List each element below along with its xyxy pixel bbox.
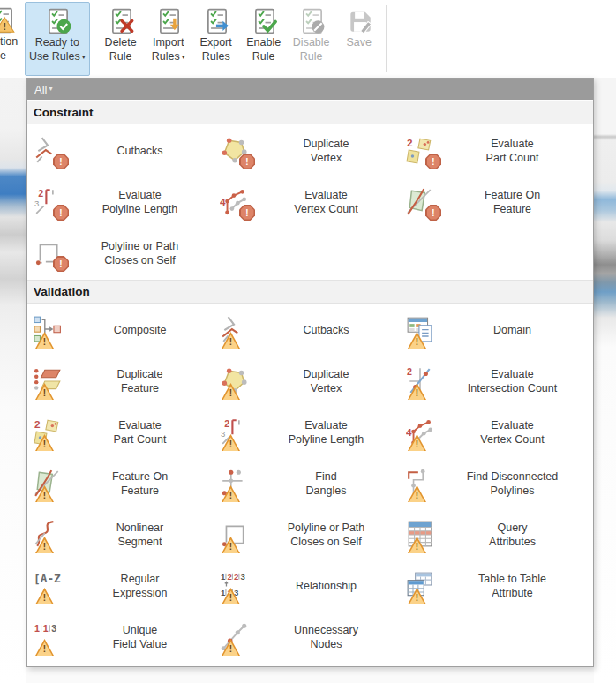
rule-item-evaluate-vertex-count[interactable]: 4!Evaluate Vertex Count: [217, 176, 403, 228]
screen: ! tion e Ready to Use Rules▾Delete RuleI…: [0, 0, 616, 683]
rule-item-label: Regular Expression: [65, 572, 214, 601]
rule-item-duplicate-vertex[interactable]: !Duplicate Vertex: [217, 356, 403, 407]
unique-field-value-icon: 113!: [34, 622, 65, 652]
toolbar-button-export-rules[interactable]: Export Rules: [193, 2, 239, 76]
toolbar-button-import-rules[interactable]: Import Rules▾: [146, 2, 192, 76]
composite-icon: !: [34, 315, 65, 345]
rule-item-label: Evaluate Polyline Length: [252, 418, 401, 447]
evaluate-part-count-icon: 2!: [406, 136, 438, 166]
dropdown-arrow-icon: ▾: [82, 53, 86, 61]
rule-item-unique-field-value[interactable]: 113!Unique Field Value: [31, 612, 217, 663]
svg-text:2: 2: [224, 418, 229, 429]
rule-item-label: Query Attributes: [438, 521, 587, 550]
rule-item-query-attributes[interactable]: !Query Attributes: [403, 509, 590, 560]
rules-filter-all-dropdown[interactable]: All ▾: [27, 79, 593, 101]
svg-text:!: !: [3, 21, 6, 32]
rule-item-evaluate-intersection-count[interactable]: 2!Evaluate Intersection Count: [403, 356, 590, 407]
validation-rule-icon: !: [0, 6, 15, 33]
rule-item-label: Evaluate Part Count: [438, 137, 587, 166]
toolbar-button-label: Import Rules: [152, 36, 184, 63]
duplicate-vertex-icon: !: [220, 136, 252, 166]
evaluate-vertex-count-icon: 4!: [406, 417, 438, 447]
rule-item-evaluate-polyline-length[interactable]: 23!Evaluate Polyline Length: [31, 176, 217, 228]
rule-item-relationship[interactable]: 1223123!Relationship: [217, 560, 403, 612]
domain-icon: !: [406, 315, 438, 345]
rule-item-evaluate-part-count[interactable]: 2!Evaluate Part Count: [403, 125, 590, 176]
toolbar-button-disable-rule: Disable Rule: [289, 2, 334, 76]
rule-item-label: Domain: [438, 323, 587, 337]
svg-text:1: 1: [34, 623, 40, 634]
badge-exclamation: !: [241, 155, 254, 169]
rule-item-find-disconnected-polylines[interactable]: !Find Disconnected Polylines: [403, 458, 590, 509]
toolbar-button-label: Delete Rule: [105, 36, 137, 63]
rule-item-label: Find Dangles: [252, 469, 401, 499]
regular-expression-icon: [A-Z]!: [34, 571, 65, 601]
rule-grid-constraint: !Cutbacks!Duplicate Vertex2!Evaluate Par…: [27, 124, 593, 280]
dropdown-arrow-icon: ▾: [49, 85, 52, 93]
svg-text:3: 3: [240, 572, 244, 582]
section-title: Constraint: [34, 106, 94, 119]
toolbar-button-delete-rule[interactable]: Delete Rule: [98, 2, 144, 76]
badge-exclamation: !: [55, 258, 68, 271]
rule-item-polyline-or-path-closes-on-self[interactable]: !Polyline or Path Closes on Self: [217, 509, 403, 560]
rule-item-evaluate-vertex-count[interactable]: 4!Evaluate Vertex Count: [403, 407, 590, 458]
rule-item-polyline-or-path-closes-on-self[interactable]: !Polyline or Path Closes on Self: [31, 228, 217, 279]
rule-item-label: Evaluate Intersection Count: [438, 367, 587, 396]
rule-item-cutbacks[interactable]: !Cutbacks: [217, 304, 403, 356]
disable-rule-icon: [298, 7, 325, 34]
svg-text:3: 3: [221, 429, 225, 439]
rule-item-find-dangles[interactable]: !Find Dangles: [217, 458, 403, 509]
toolbar-separator: [386, 5, 387, 72]
toolbar-button-cut-validation-rule[interactable]: ! tion e: [0, 2, 24, 76]
toolbar-separator: [94, 5, 94, 72]
rule-item-duplicate-vertex[interactable]: !Duplicate Vertex: [217, 125, 403, 176]
badge-exclamation: !: [427, 155, 440, 169]
rule-item-label: Evaluate Polyline Length: [65, 188, 214, 217]
rule-item-unnecessary-nodes[interactable]: !Unnecessary Nodes: [217, 612, 403, 663]
constraint-badge-icon: !: [239, 205, 255, 221]
rule-item-table-to-table-attribute[interactable]: !Table to Table Attribute: [403, 560, 590, 612]
rule-item-composite[interactable]: !Composite: [31, 304, 217, 356]
svg-text:4: 4: [406, 426, 412, 438]
rules-toolbar: ! tion e Ready to Use Rules▾Delete RuleI…: [0, 0, 616, 78]
rule-item-evaluate-part-count[interactable]: 2!Evaluate Part Count: [31, 407, 217, 458]
delete-rule-icon: [108, 7, 134, 34]
save-icon: [346, 7, 372, 34]
ready-to-use-rules-dropdown-panel: All ▾ Constraint!Cutbacks!Duplicate Vert…: [26, 78, 594, 667]
rule-item-cutbacks[interactable]: !Cutbacks: [31, 125, 217, 176]
evaluate-polyline-length-icon: 23!: [34, 187, 65, 217]
evaluate-polyline-length-icon: 23!: [220, 417, 252, 447]
evaluate-intersection-count-icon: 2!: [406, 366, 438, 396]
nonlinear-segment-icon: !: [34, 520, 65, 550]
svg-text:2: 2: [407, 366, 412, 377]
rule-item-nonlinear-segment[interactable]: !Nonlinear Segment: [31, 509, 217, 560]
rule-item-label: Composite: [65, 323, 214, 337]
rule-item-duplicate-feature[interactable]: !Duplicate Feature: [31, 356, 217, 407]
rule-item-feature-on-feature[interactable]: !Feature On Feature: [31, 458, 217, 509]
ready-rules-icon: [44, 7, 71, 34]
rule-item-regular-expression[interactable]: [A-Z]!Regular Expression: [31, 560, 217, 612]
rule-item-domain[interactable]: !Domain: [403, 304, 590, 356]
rule-item-label: Duplicate Feature: [65, 367, 214, 396]
svg-text:2: 2: [234, 572, 238, 582]
toolbar-button-label: Enable Rule: [246, 36, 281, 63]
enable-rule-icon: [251, 7, 277, 34]
toolbar-button-ready-to-use-rules[interactable]: Ready to Use Rules▾: [25, 2, 90, 76]
feature-on-feature-icon: !: [406, 187, 438, 217]
rule-item-label: Duplicate Vertex: [252, 367, 401, 396]
rule-item-label: Unique Field Value: [65, 623, 214, 652]
rule-item-label: Feature On Feature: [438, 188, 587, 217]
svg-text:2: 2: [38, 188, 43, 199]
badge-exclamation: !: [55, 155, 68, 169]
constraint-badge-icon: !: [239, 154, 255, 169]
rule-item-label: Polyline or Path Closes on Self: [65, 239, 214, 268]
badge-exclamation: !: [55, 206, 68, 220]
rule-item-label: Duplicate Vertex: [252, 137, 401, 166]
polyline-closes-on-self-icon: !: [220, 520, 252, 550]
rule-item-feature-on-feature[interactable]: !Feature On Feature: [403, 176, 590, 228]
rule-item-label: Find Disconnected Polylines: [438, 469, 587, 499]
constraint-badge-icon: !: [425, 154, 441, 169]
toolbar-button-label: Export Rules: [200, 36, 232, 63]
toolbar-button-enable-rule[interactable]: Enable Rule: [241, 2, 287, 76]
rule-item-evaluate-polyline-length[interactable]: 23!Evaluate Polyline Length: [217, 407, 403, 458]
